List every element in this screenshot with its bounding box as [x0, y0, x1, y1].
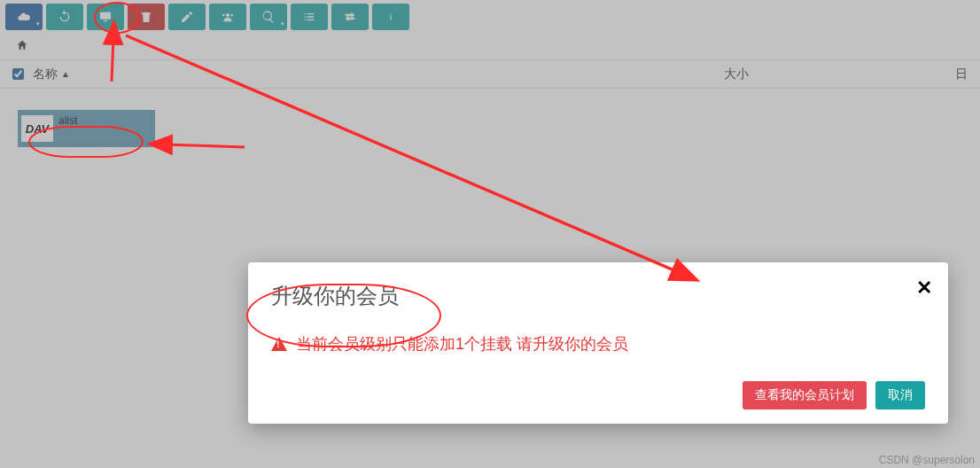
- view-plan-button[interactable]: 查看我的会员计划: [743, 381, 867, 410]
- breadcrumb: [0, 34, 980, 60]
- cancel-button[interactable]: 取消: [875, 381, 925, 410]
- modal-message: 当前会员级别只能添加1个挂载 请升级你的会员: [296, 333, 628, 355]
- refresh-icon: [58, 10, 72, 24]
- file-label: alist: [58, 114, 77, 127]
- file-item-alist[interactable]: DAV alist: [18, 110, 155, 147]
- column-date-label: 日: [955, 66, 968, 81]
- edit-button[interactable]: [168, 4, 206, 30]
- watermark: CSDN @supersolon: [879, 454, 975, 466]
- column-name-label: 名称: [33, 66, 58, 82]
- cloud-icon: [17, 10, 31, 24]
- refresh-button[interactable]: [46, 4, 83, 30]
- info-icon: [384, 10, 398, 24]
- sort-asc-icon: ▲: [61, 69, 70, 79]
- select-all-checkbox[interactable]: [12, 68, 24, 80]
- modal-message-row: 当前会员级别只能添加1个挂载 请升级你的会员: [271, 333, 925, 355]
- close-button[interactable]: ✕: [916, 278, 932, 298]
- chevron-down-icon: ▾: [36, 20, 40, 27]
- list-icon: [302, 10, 316, 24]
- monitor-icon: [98, 10, 113, 24]
- zoom-button[interactable]: ▾: [250, 4, 287, 30]
- cloud-button[interactable]: ▾: [5, 4, 43, 30]
- modal-title: 升级你的会员: [271, 282, 925, 310]
- dav-icon: DAV: [21, 115, 53, 142]
- column-name[interactable]: 名称 ▲: [33, 66, 724, 82]
- warning-icon: [271, 337, 287, 351]
- chevron-down-icon: ▾: [281, 20, 284, 27]
- column-date[interactable]: 日: [901, 66, 971, 82]
- column-size-label: 大小: [724, 66, 749, 81]
- upgrade-modal: ✕ 升级你的会员 当前会员级别只能添加1个挂载 请升级你的会员 查看我的会员计划…: [248, 262, 948, 424]
- column-header: 名称 ▲ 大小 日: [0, 60, 980, 89]
- modal-footer: 查看我的会员计划 取消: [271, 381, 925, 410]
- column-size[interactable]: 大小: [724, 66, 901, 82]
- transfer-button[interactable]: [331, 4, 369, 30]
- share-button[interactable]: [209, 4, 246, 30]
- display-button[interactable]: [87, 4, 124, 30]
- home-icon[interactable]: [16, 41, 28, 54]
- delete-button[interactable]: [128, 4, 165, 30]
- transfer-icon: [343, 10, 357, 24]
- toolbar: ▾ ▾: [0, 0, 980, 34]
- info-button[interactable]: [372, 4, 409, 30]
- trash-icon: [139, 10, 153, 24]
- zoom-icon: [261, 10, 276, 24]
- users-icon: [221, 10, 235, 24]
- list-button[interactable]: [291, 4, 328, 30]
- file-grid: DAV alist: [0, 89, 980, 266]
- edit-icon: [180, 10, 194, 24]
